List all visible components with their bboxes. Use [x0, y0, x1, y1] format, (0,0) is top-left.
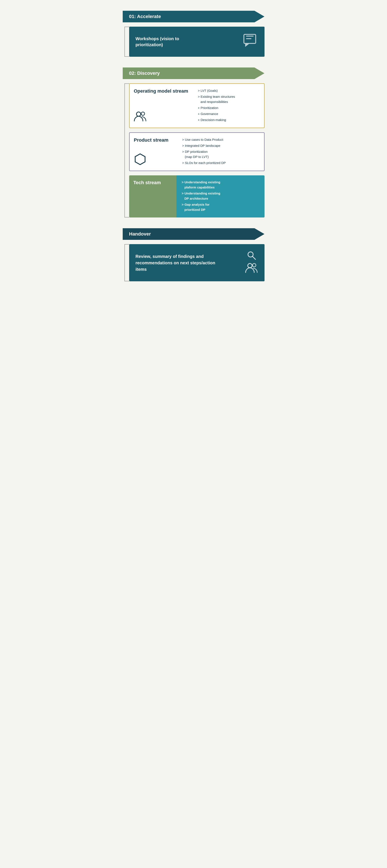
product-item-4: > SLOs for each prioritized DP — [182, 160, 259, 165]
bracket-top-handover — [124, 244, 129, 245]
operating-model-card: Operating model stream > LVT (Goals) > E… — [129, 83, 264, 128]
tech-item-3: > Gap analysis for prioritized DP — [182, 202, 259, 212]
product-item-2: > Integrated DP landscape — [182, 143, 259, 148]
bracket-bottom-02 — [124, 217, 129, 217]
svg-rect-2 — [246, 38, 251, 39]
product-title: Product stream — [134, 137, 172, 143]
workshops-card: Workshops (vision to prioritization) — [129, 27, 264, 57]
svg-point-4 — [136, 112, 141, 116]
svg-rect-1 — [246, 36, 254, 36]
chat-icon — [243, 33, 258, 50]
bracket-line-01 — [124, 27, 125, 57]
product-stream-card: Product stream > Use cases to Data Produ… — [129, 132, 264, 171]
phase-01-header: 01: Accelerate — [123, 11, 264, 22]
review-icons — [245, 251, 258, 275]
product-item-1: > Use cases to Data Product — [182, 137, 259, 142]
tech-left: Tech stream — [129, 175, 176, 217]
bracket-line-02 — [124, 83, 125, 217]
operating-left: Operating model stream — [130, 84, 193, 128]
phase-02-area: 02: Discovery Operating model stream — [123, 67, 264, 217]
handover-section: Handover Review, summary of findings and… — [123, 228, 264, 281]
svg-point-5 — [141, 112, 144, 115]
phase-01-area: 01: Accelerate Workshops (vision to prio… — [123, 11, 264, 57]
workshops-title: Workshops (vision to prioritization) — [136, 36, 200, 48]
page-container: 01: Accelerate Workshops (vision to prio… — [119, 4, 269, 288]
bracket-top-02 — [124, 83, 129, 84]
phase-01-label: 01: Accelerate — [129, 14, 161, 19]
operating-item-2: > Existing team structures and responsib… — [198, 94, 259, 104]
bracket-bottom-handover — [124, 281, 129, 281]
operating-right: > LVT (Goals) > Existing team structures… — [193, 84, 264, 128]
tech-icon — [133, 205, 172, 213]
tech-stream-card: Tech stream > Understanding existing pla… — [129, 175, 264, 217]
tech-item-1: > Understanding existing plaform capabil… — [182, 180, 259, 190]
operating-item-4: + Governance — [198, 111, 259, 117]
product-item-3: > DP prioritization (map DP to LVT) — [182, 149, 259, 159]
people-icon-review — [245, 262, 258, 275]
review-card: Review, summary of findings and recommen… — [129, 244, 264, 281]
phase-02-label: 02: Discovery — [129, 70, 160, 76]
svg-marker-6 — [135, 154, 145, 165]
search-icon — [247, 251, 256, 261]
people-icon — [134, 111, 188, 123]
product-right: > Use cases to Data Product > Integrated… — [177, 133, 264, 170]
svg-marker-3 — [245, 44, 249, 47]
phase-02-header: 02: Discovery — [123, 67, 264, 79]
hexagon-icon — [134, 153, 172, 166]
operating-item-5: + Descision-making — [198, 117, 259, 123]
operating-title: Operating model stream — [134, 88, 188, 94]
tech-right: > Understanding existing plaform capabil… — [176, 175, 264, 217]
svg-point-10 — [253, 264, 256, 267]
operating-item-3: + Prioritization — [198, 105, 259, 111]
tech-title: Tech stream — [133, 180, 172, 186]
bracket-bottom-01 — [124, 56, 129, 57]
bracket-top-01 — [124, 27, 129, 27]
operating-item-1: > LVT (Goals) — [198, 88, 259, 93]
handover-header: Handover — [123, 228, 264, 240]
svg-line-8 — [253, 256, 256, 259]
bracket-line-handover — [124, 244, 125, 281]
product-left: Product stream — [130, 133, 177, 170]
svg-point-9 — [248, 264, 252, 268]
handover-label: Handover — [129, 231, 151, 237]
review-title: Review, summary of findings and recommen… — [136, 253, 222, 273]
tech-item-2: > Understanding existing DP architecture — [182, 191, 259, 201]
